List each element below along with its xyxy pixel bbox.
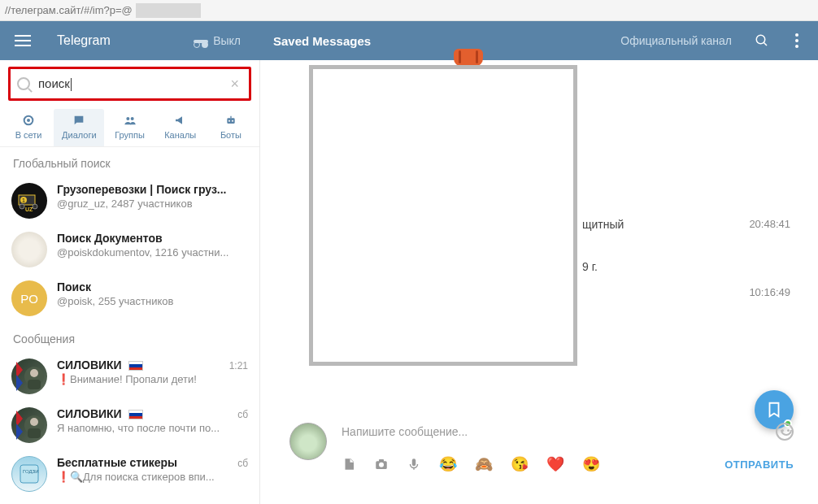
svg-rect-21 bbox=[28, 428, 41, 438]
megaphone-icon bbox=[173, 114, 188, 127]
group-icon bbox=[123, 114, 137, 127]
result-title: Бесплатные стикеры bbox=[57, 456, 177, 469]
send-button[interactable]: ОТПРАВИТЬ bbox=[724, 458, 794, 471]
document-placeholder bbox=[309, 65, 577, 366]
sidebar: поиск × В сети Диалоги Группы Каналы bbox=[0, 60, 260, 504]
list-item[interactable]: PO Поиск @poisk, 255 участников bbox=[0, 274, 259, 323]
search-icon[interactable] bbox=[755, 33, 769, 48]
search-input-icon bbox=[17, 77, 30, 90]
section-global: Глобальный поиск bbox=[0, 147, 259, 176]
record-icon bbox=[21, 114, 36, 127]
emoji-quick[interactable]: 🙈 bbox=[475, 455, 493, 473]
section-messages: Сообщения bbox=[0, 323, 259, 352]
incognito-label: Выкл bbox=[213, 34, 241, 47]
result-sub: @poiskdokumentov, 1216 участни... bbox=[57, 246, 248, 259]
attach-file-icon[interactable] bbox=[342, 457, 356, 471]
more-menu-icon[interactable] bbox=[792, 33, 802, 49]
result-title: Поиск Документов bbox=[57, 232, 248, 245]
svg-point-20 bbox=[30, 418, 38, 426]
result-title: Поиск bbox=[57, 280, 248, 293]
search-box[interactable]: поиск × bbox=[8, 67, 251, 101]
incognito-toggle[interactable]: Выкл bbox=[194, 34, 252, 47]
avatar: PO bbox=[11, 280, 47, 316]
camera-icon[interactable] bbox=[374, 457, 389, 471]
address-bar: //телеграм.сайт/#/im?p=@ bbox=[0, 0, 818, 21]
svg-rect-6 bbox=[227, 118, 234, 124]
message-fragment: щитный bbox=[582, 218, 624, 231]
svg-point-25 bbox=[379, 463, 384, 467]
list-item[interactable]: СИЛОВИКИ 1:21 ❗Внимание! Пропали дети! bbox=[0, 352, 259, 401]
svg-line-1 bbox=[764, 42, 767, 46]
svg-rect-27 bbox=[412, 458, 416, 466]
result-title: СИЛОВИКИ bbox=[57, 407, 143, 420]
results-list: Глобальный поиск 1UZ Грузоперевозки | По… bbox=[0, 147, 259, 498]
emoji-quick[interactable]: ❤️ bbox=[546, 455, 564, 473]
list-item[interactable]: ГОДЗИ Бесплатные стикеры сб ❗🔍Для поиска… bbox=[0, 450, 259, 498]
emoji-picker-icon[interactable] bbox=[776, 423, 794, 441]
composer: Напишите сообщение... 😂 🙈 😘 ❤️ 😍 ОТПРАВИ… bbox=[260, 415, 818, 504]
chat-title[interactable]: Saved Messages bbox=[273, 34, 371, 48]
emoji-quick[interactable]: 😘 bbox=[511, 455, 529, 473]
tab-dialogs[interactable]: Диалоги bbox=[54, 109, 104, 146]
svg-point-7 bbox=[228, 120, 230, 122]
tab-groups[interactable]: Группы bbox=[104, 109, 154, 146]
result-time: 1:21 bbox=[229, 360, 248, 371]
chat-pane: щитный 20:48:41 9 г. 10:16:49 Напишите с… bbox=[260, 60, 818, 504]
svg-point-3 bbox=[27, 119, 30, 122]
message-fragment: 9 г. bbox=[582, 260, 598, 273]
result-sub: Я напомню, что после почти по... bbox=[57, 422, 248, 434]
doc-clip-icon bbox=[454, 49, 483, 67]
svg-text:1: 1 bbox=[22, 198, 25, 203]
flag-ru-icon bbox=[128, 361, 143, 371]
avatar: 1UZ bbox=[11, 183, 47, 219]
avatar bbox=[11, 232, 47, 267]
svg-rect-26 bbox=[379, 459, 384, 462]
tab-online[interactable]: В сети bbox=[3, 109, 54, 146]
list-item[interactable]: СИЛОВИКИ сб Я напомню, что после почти п… bbox=[0, 401, 259, 450]
svg-point-14 bbox=[20, 204, 24, 209]
search-input[interactable]: поиск bbox=[38, 76, 227, 91]
result-title: СИЛОВИКИ bbox=[57, 358, 143, 371]
official-channel-link[interactable]: Официальный канал bbox=[620, 34, 732, 47]
list-item[interactable]: Поиск Документов @poiskdokumentov, 1216 … bbox=[0, 225, 259, 274]
avatar bbox=[11, 407, 47, 443]
chat-icon bbox=[72, 114, 86, 127]
result-title: Грузоперевозки | Поиск груз... bbox=[57, 183, 248, 196]
svg-point-5 bbox=[130, 117, 133, 120]
avatar bbox=[11, 358, 47, 394]
app-header: Telegram Выкл Saved Messages Официальный… bbox=[0, 21, 818, 60]
svg-point-13 bbox=[33, 204, 37, 209]
svg-rect-22 bbox=[20, 465, 38, 483]
tab-channels[interactable]: Каналы bbox=[155, 109, 206, 146]
mic-icon[interactable] bbox=[407, 457, 421, 471]
flag-ru-icon bbox=[128, 410, 143, 419]
incognito-icon bbox=[194, 35, 208, 46]
svg-text:ГОДЗИ: ГОДЗИ bbox=[23, 469, 38, 474]
bot-icon bbox=[224, 114, 238, 127]
message-time: 20:48:41 bbox=[749, 218, 790, 230]
message-time: 10:16:49 bbox=[749, 286, 790, 298]
message-input[interactable]: Напишите сообщение... bbox=[342, 425, 776, 438]
list-item[interactable]: 1UZ Грузоперевозки | Поиск груз... @gruz… bbox=[0, 176, 259, 225]
avatar: ГОДЗИ bbox=[11, 456, 47, 492]
svg-text:UZ: UZ bbox=[25, 206, 33, 212]
svg-point-17 bbox=[30, 369, 38, 377]
svg-point-0 bbox=[756, 35, 765, 44]
result-sub: ❗🔍Для поиска стикеров впи... bbox=[57, 471, 248, 483]
menu-icon[interactable] bbox=[15, 35, 39, 46]
svg-rect-18 bbox=[28, 380, 41, 389]
sidebar-tabs: В сети Диалоги Группы Каналы Боты bbox=[0, 106, 259, 147]
svg-point-4 bbox=[126, 117, 129, 120]
clear-search-icon[interactable]: × bbox=[227, 76, 242, 93]
svg-point-8 bbox=[232, 120, 233, 122]
brand-title: Telegram bbox=[57, 33, 194, 48]
tab-bots[interactable]: Боты bbox=[206, 109, 256, 146]
result-time: сб bbox=[237, 409, 248, 420]
result-sub: @gruz_uz, 2487 участников bbox=[57, 198, 248, 210]
result-sub: ❗Внимание! Пропали дети! bbox=[57, 373, 248, 385]
chat-canvas[interactable]: щитный 20:48:41 9 г. 10:16:49 bbox=[260, 60, 818, 415]
result-sub: @poisk, 255 участников bbox=[57, 295, 248, 307]
emoji-quick[interactable]: 😂 bbox=[439, 455, 457, 473]
self-avatar[interactable] bbox=[289, 423, 327, 460]
emoji-quick[interactable]: 😍 bbox=[582, 455, 600, 473]
